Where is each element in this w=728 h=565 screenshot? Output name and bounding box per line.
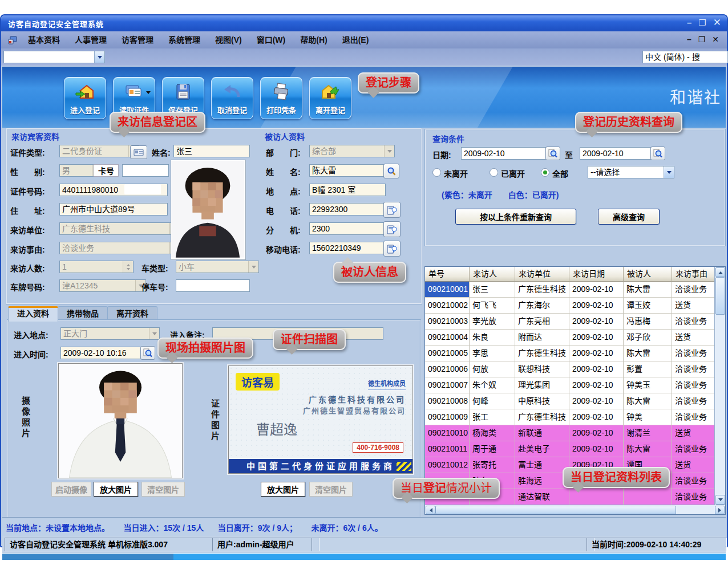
dial-mobile-button[interactable] <box>383 241 401 257</box>
company-combobox[interactable]: 广东德生科技 <box>59 222 180 235</box>
col-header-date[interactable]: 来访日期 <box>569 267 624 282</box>
advanced-query-button[interactable]: 高级查询 <box>598 209 660 225</box>
enter-register-button[interactable]: 进入登记 <box>64 77 106 119</box>
address-field[interactable]: 广州市中山大道89号 <box>59 203 168 216</box>
table-row[interactable]: 090210007朱个奴理光集团2009-02-10钟美玉洽谈业务 <box>425 377 715 393</box>
card-no-field[interactable] <box>122 164 169 177</box>
scrollbar-thumb[interactable] <box>435 506 676 514</box>
col-header-visitor[interactable]: 来访人 <box>470 267 515 282</box>
date-from-field[interactable]: 2009-02-10 <box>461 147 549 160</box>
table-row[interactable]: 090210005李思广东德生科技2009-02-10陈大雷洽谈业务 <box>425 345 715 361</box>
table-row[interactable]: 090210009张工广东德生科技2009-02-10钟美洽谈业务 <box>425 409 715 425</box>
table-row[interactable]: 090210004朱良附而达2009-02-10邓子欣送货 <box>425 330 715 345</box>
photo-clear-button[interactable]: 清空图片 <box>141 482 185 497</box>
query-filter-combobox[interactable]: --请选择 <box>588 166 674 178</box>
menu-hr[interactable]: 人事管理 <box>67 31 114 48</box>
cancel-register-button[interactable]: 取消登记 <box>211 77 253 119</box>
mobile-field[interactable]: 15602210349 <box>309 242 386 254</box>
address-label: 住 址: <box>10 205 45 216</box>
leave-register-button[interactable]: 离开登记 <box>309 77 351 119</box>
scroll-left-icon[interactable] <box>426 506 435 514</box>
reason-combobox[interactable]: 洽谈业务 <box>59 242 180 254</box>
chevron-down-icon[interactable] <box>664 166 674 178</box>
mdi-minimize-icon[interactable]: – <box>687 35 691 44</box>
scan-zoom-button[interactable]: 放大图片 <box>261 482 305 497</box>
quick-select-combobox[interactable] <box>3 51 105 63</box>
callout-visitor-area: 来访信息登记区 <box>110 112 205 133</box>
restore-icon[interactable]: ❐ <box>698 18 706 28</box>
table-row[interactable]: 090210008何峰中原科技2009-02-10陈大雷洽谈业务 <box>425 393 715 409</box>
radio-not-left[interactable] <box>432 168 441 177</box>
callout-daily-list: 当日登记资料列表 <box>563 467 670 488</box>
visited-search-button[interactable] <box>383 164 399 178</box>
menu-exit[interactable]: 退出(E) <box>335 31 377 48</box>
count-label: 来访人数: <box>10 262 45 274</box>
menu-view[interactable]: 视图(V) <box>208 31 249 48</box>
table-row[interactable]: 090210003李光放广东亮相2009-02-10冯惠梅洽谈业务 <box>425 314 715 330</box>
entry-time-picker-button[interactable] <box>140 346 155 360</box>
dial-phone-button[interactable] <box>383 202 401 218</box>
scan-clear-button[interactable]: 清空图片 <box>309 482 353 497</box>
col-header-id[interactable]: 单号 <box>425 267 470 282</box>
radio-left[interactable] <box>490 168 498 177</box>
scroll-up-icon[interactable] <box>715 267 725 277</box>
visitor-count-stepper[interactable]: 1 <box>59 261 134 273</box>
cert-type-combobox[interactable]: 二代身份证 <box>59 145 139 157</box>
menu-visitor-mgmt[interactable]: 访客管理 <box>114 31 161 48</box>
visited-name-field[interactable]: 陈大雷 <box>309 164 386 177</box>
col-header-visited[interactable]: 被访人 <box>624 267 672 282</box>
query-section-title: 查询条件 <box>432 133 464 144</box>
table-row-not-left[interactable]: 090210010杨海类新联通2009-02-10谢清兰送货 <box>425 425 715 441</box>
card-no-button[interactable]: 卡号 <box>94 164 119 177</box>
language-combobox[interactable]: 中文 (简体) - 搜 <box>642 51 728 63</box>
minimize-icon[interactable]: – <box>687 18 691 28</box>
horizontal-scrollbar[interactable] <box>425 505 725 514</box>
visitor-name-label: 姓名: <box>152 147 171 158</box>
visitor-name-field[interactable]: 张三 <box>173 145 250 157</box>
radio-all[interactable] <box>541 168 549 177</box>
chevron-down-icon[interactable] <box>94 51 104 63</box>
table-row[interactable]: 090210001张三广东德生科技2009-02-10陈大雷洽谈业务 <box>425 282 715 298</box>
table-row-not-left[interactable]: 090210011周于通赴美电子2009-02-10陈大雷洽谈业务 <box>425 441 715 457</box>
requery-button[interactable]: 按以上条件重新查询 <box>455 209 576 225</box>
scroll-down-icon[interactable] <box>715 495 725 505</box>
place-field[interactable]: B幢 2301 室 <box>309 184 386 196</box>
date-to-picker-button[interactable] <box>650 147 665 160</box>
date-from-picker-button[interactable] <box>545 147 560 160</box>
card-reader-button[interactable] <box>130 145 147 159</box>
dial-ext-button[interactable] <box>383 221 401 237</box>
print-receipt-button[interactable]: 打印凭条 <box>260 77 302 119</box>
date-to-field[interactable]: 2009-02-10 <box>580 147 654 160</box>
close-icon[interactable]: ✕ <box>713 18 721 28</box>
dept-combobox[interactable]: 综合部 <box>309 145 395 157</box>
tab-entry-info[interactable]: 进入资料 <box>8 306 58 322</box>
menu-basic-data[interactable]: 基本资料 <box>21 31 67 48</box>
dropdown-arrow-icon[interactable] <box>146 91 151 96</box>
vertical-scrollbar[interactable] <box>714 267 725 505</box>
photo-zoom-button[interactable]: 放大图片 <box>94 482 138 497</box>
phone-field[interactable]: 22992300 <box>309 203 386 216</box>
scroll-right-icon[interactable] <box>715 506 725 514</box>
scrollbar-thumb[interactable] <box>715 277 725 315</box>
tab-leave-info[interactable]: 离开资料 <box>107 306 157 320</box>
car-type-combobox[interactable]: 小车 <box>176 261 259 273</box>
entry-place-combobox[interactable]: 正大门 <box>60 327 160 340</box>
menu-system-mgmt[interactable]: 系统管理 <box>161 31 208 48</box>
col-header-company[interactable]: 来访单位 <box>515 267 569 282</box>
mdi-close-icon[interactable]: ✕ <box>712 35 719 44</box>
col-header-reason[interactable]: 来访事由 <box>672 267 715 282</box>
privacy-blur <box>124 184 161 194</box>
entry-time-field[interactable]: 2009-02-10 10:16 <box>60 347 144 359</box>
table-row[interactable]: 090210006何放联想科技2009-02-10彭置洽谈业务 <box>425 361 715 377</box>
stepper-arrows-icon[interactable] <box>123 261 133 273</box>
parking-field[interactable] <box>176 279 250 292</box>
menu-help[interactable]: 帮助(H) <box>293 31 334 48</box>
scanned-card: 访客易 德生机构成员 广东德生科技有限公司 广州德生智盟贸易有限公司 曹超逸 4… <box>229 366 412 473</box>
tab-carried-items[interactable]: 携带物品 <box>58 306 108 320</box>
menu-window[interactable]: 窗口(W) <box>249 31 293 48</box>
start-camera-button[interactable]: 启动摄像 <box>51 482 91 497</box>
ext-field[interactable]: 2300 <box>309 222 386 235</box>
table-row[interactable]: 090210002何飞飞广东海尔2009-02-10谭玉姣送货 <box>425 298 715 314</box>
mdi-restore-icon[interactable]: ❐ <box>698 35 706 44</box>
plate-combobox[interactable]: 津A12345 <box>59 279 146 292</box>
